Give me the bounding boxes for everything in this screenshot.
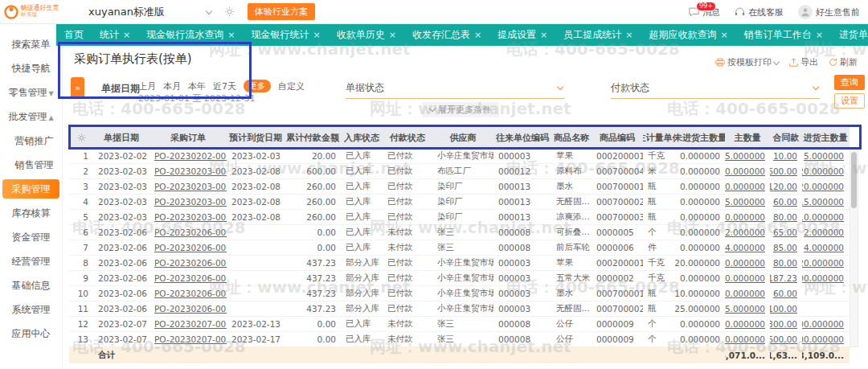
table-cell[interactable]: 10.000000 [725,210,770,224]
table-cell[interactable]: 120.00 [770,179,802,194]
sidebar-item-搜索菜单[interactable]: 搜索菜单 [0,32,62,56]
expand-more-conditions-button[interactable]: 展开更多条件 [422,102,499,117]
table-cell[interactable]: 120.000000 [725,164,770,178]
doc-status-select[interactable]: 单据状态 [346,78,564,99]
table-cell[interactable]: 15.000000 [725,195,770,209]
table-cell[interactable]: PO-20230207-002 [149,332,227,346]
table-cell[interactable]: 100.000000 [725,317,770,331]
table-cell[interactable]: 20.000000 [725,179,770,194]
table-cell[interactable]: PO-20230203-002 [149,210,227,224]
table-cell[interactable]: 80.00 [770,256,802,270]
table-cell[interactable]: 100.00 [770,301,802,316]
tab-item[interactable]: 收款单历史× [329,24,404,46]
table-cell[interactable]: 2.000000 [725,225,770,240]
table-cell[interactable]: PO-20230206-002 [149,256,227,270]
table-row[interactable]: 32023-02-03PO-20230203-0022023-02-08260.… [69,179,850,195]
table-cell[interactable]: PO-20230203-002 [149,195,227,209]
table-cell[interactable]: 4.000000 [725,240,770,255]
table-cell[interactable]: PO-20230203-001 [149,164,227,178]
messages-button[interactable]: 消息 99+ [689,6,720,18]
table-cell[interactable]: 80.00 [770,210,802,224]
sidebar-item-资金管理[interactable]: 资金管理 [0,225,62,249]
sidebar-item-销售管理[interactable]: 销售管理 [0,153,62,177]
sidebar-item-基础信息[interactable]: 基础信息 [0,273,62,297]
table-cell[interactable]: PO-20230206-002 [149,271,227,285]
refresh-button[interactable]: 刷新 [829,56,858,68]
table-row[interactable]: 112023-02-06PO-20230206-002437.23部分入库已付款… [69,301,850,317]
column-settings-gear-icon[interactable] [77,133,86,142]
tab-item[interactable]: 现金银行流水查询× [138,24,243,46]
settings-gear-icon[interactable] [224,6,235,17]
table-cell[interactable]: 5.000000 [802,149,849,163]
tab-close-icon[interactable]: × [816,30,823,40]
sidebar-item-零售管理[interactable]: 零售管理▼ [0,80,62,105]
tab-close-icon[interactable]: × [313,30,320,40]
table-cell[interactable]: PO-20230206-001 [149,240,227,255]
query-button[interactable]: 查询 [834,75,865,90]
table-cell[interactable]: 300.00 [770,317,802,331]
date-option-本月[interactable]: 本月 [163,80,181,92]
table-row[interactable]: 72023-02-06PO-20230206-0010.00已入库未付款张三00… [69,240,850,256]
date-option-近7天[interactable]: 近7天 [213,80,236,92]
settings-button[interactable]: 设置 [834,93,865,109]
tab-close-icon[interactable]: × [721,30,728,40]
tab-close-icon[interactable]: × [540,30,547,40]
date-option-上月[interactable]: 上月 [138,80,156,92]
table-cell[interactable]: 100.000000 [802,271,849,285]
tab-close-icon[interactable]: × [389,30,396,40]
table-cell[interactable]: PO-20230206-002 [149,286,227,301]
export-button[interactable]: 导出 [789,56,818,68]
table-cell[interactable]: 20.000000 [802,256,849,270]
sidebar-item-采购管理[interactable]: 采购管理 [2,179,59,199]
table-cell[interactable]: 4.000000 [802,240,849,255]
table-cell[interactable]: 25.000000 [725,301,770,316]
tab-close-icon[interactable]: × [474,30,481,40]
table-cell[interactable]: 10.000000 [802,210,849,224]
table-cell[interactable]: 120.000000 [802,164,849,178]
trial-plan-button[interactable]: 体验行业方案 [248,3,315,20]
date-option-本年[interactable]: 本年 [188,80,206,92]
tab-item[interactable]: 提成设置× [489,24,555,46]
sidebar-item-应用中心[interactable]: 应用中心 [0,322,62,346]
table-cell[interactable]: 5.000000 [725,149,770,163]
pay-status-select[interactable]: 付款状态 [611,78,820,99]
table-row[interactable]: 82023-02-06PO-20230206-002437.23部分入库已付款小… [69,256,850,271]
vertical-scrollbar[interactable] [850,150,858,347]
table-cell[interactable]: 600.00 [770,332,802,346]
table-row[interactable]: 62023-02-06PO-20230206-0010.00已入库未付款张三00… [69,225,850,240]
table-cell[interactable]: 187.23 [770,271,802,285]
table-row[interactable]: 52023-02-03PO-20230203-0022023-02-08260.… [69,210,850,225]
table-cell[interactable]: 20.000000 [802,179,849,194]
date-option-more[interactable]: 更多 [244,80,271,92]
table-row[interactable]: 42023-02-03PO-20230203-0022023-02-08260.… [69,195,850,210]
user-menu[interactable]: 好生意售前 [798,5,860,19]
table-cell[interactable]: 60.00 [770,286,802,301]
table-cell[interactable]: 100.000000 [802,317,849,331]
table-cell[interactable]: PO-20230206-002 [149,301,227,316]
date-option-custom[interactable]: 自定义 [278,80,305,92]
print-by-template-button[interactable]: 按模板打印 [715,56,779,68]
table-row[interactable]: 22023-02-03PO-20230203-0012023-02-08600.… [69,164,850,179]
online-support-button[interactable]: 在线客服 [735,6,784,18]
doc-status-chevron-down-icon[interactable] [557,84,563,90]
tab-close-icon[interactable]: × [123,30,130,40]
collapse-filter-button[interactable]: » [71,77,84,99]
table-cell[interactable]: 65.00 [770,225,802,240]
tab-item[interactable]: 现金银行统计× [243,24,328,46]
table-row[interactable]: 122023-02-07PO-20230207-0012023-02-130.0… [69,317,850,332]
tab-item[interactable]: 超期应收款查询× [641,24,736,46]
table-cell[interactable]: 2.000000 [802,225,849,240]
tab-item[interactable]: 进货单历史× [831,24,868,46]
account-chevron-down-icon[interactable] [206,7,212,14]
sidebar-item-批发管理[interactable]: 批发管理▲ [0,105,62,129]
date-range-value[interactable]: 2023-01-01 至 2023-12-31 [138,92,256,105]
table-cell[interactable]: 10.000000 [725,286,770,301]
table-cell[interactable]: 200.000000 [725,332,770,346]
tab-item[interactable]: 员工提成统计× [555,24,641,46]
table-cell[interactable]: 200.000000 [802,332,849,346]
table-cell[interactable]: 100.000000 [725,271,770,285]
tab-item[interactable]: 统计× [92,24,138,46]
table-cell[interactable]: 85.00 [770,240,802,255]
table-cell[interactable]: PO-20230202-001 [149,149,227,163]
sidebar-item-快捷导航[interactable]: 快捷导航 [0,56,62,80]
